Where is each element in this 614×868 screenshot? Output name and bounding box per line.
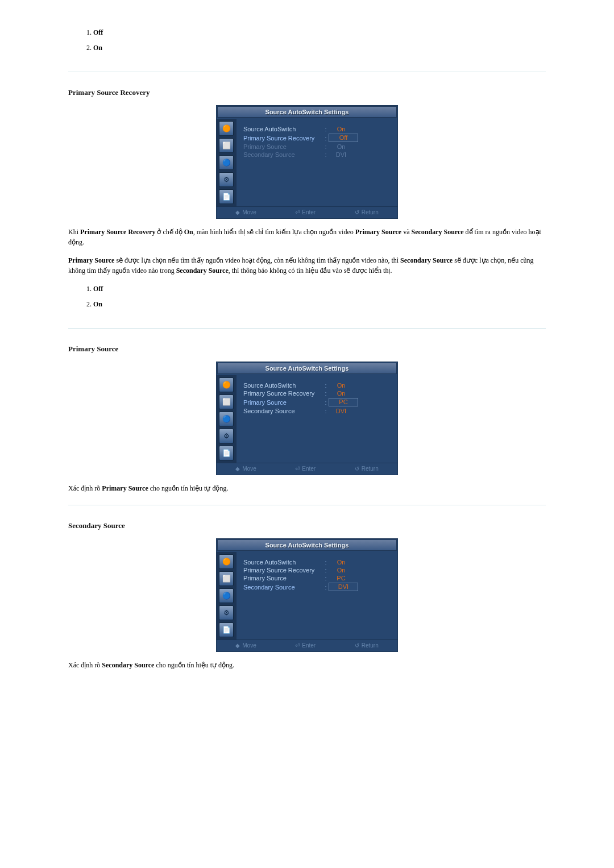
osd-content: Source AutoSwitch : On Primary Source Re… — [237, 119, 398, 206]
osd-content: Source AutoSwitch : On Primary Source Re… — [237, 375, 398, 463]
move-hint: ◆ Move — [235, 642, 256, 649]
osd-footer: ◆ Move ⏎ Enter ↺ Return — [216, 639, 398, 652]
divider — [68, 505, 546, 505]
osd-content: Source AutoSwitch : On Primary Source Re… — [237, 552, 398, 639]
osd-title: Source AutoSwitch Settings — [217, 363, 397, 374]
option-on: On — [93, 299, 546, 314]
osd-row-secondary-source: Secondary Source : DVI — [243, 151, 391, 158]
osd-menu-secondary-source: Source AutoSwitch Settings 🟠 ⬜ 🔵 ⚙ 📄 Sou… — [216, 538, 398, 652]
osd-title: Source AutoSwitch Settings — [217, 106, 397, 118]
picture-icon[interactable]: 🟠 — [219, 121, 234, 136]
para-psr-2: Primary Source sẽ được lựa chọn nếu tìm … — [68, 255, 546, 276]
multi-icon[interactable]: 📄 — [219, 189, 234, 204]
enter-hint: ⏎ Enter — [295, 642, 316, 649]
osd-menu-primary-source: Source AutoSwitch Settings 🟠 ⬜ 🔵 ⚙ 📄 Sou… — [216, 362, 398, 475]
osd-row-secondary-source[interactable]: Secondary Source : DVI — [243, 583, 391, 591]
option-off: Off — [93, 27, 546, 43]
settings-icon[interactable]: ⚙ — [219, 605, 234, 620]
para-primary-source: Xác định rõ Primary Source cho nguồn tín… — [68, 483, 546, 493]
option-on: On — [93, 43, 546, 58]
divider — [68, 72, 546, 72]
osd-row-primary-source: Primary Source : On — [243, 143, 391, 150]
osd-sidebar: 🟠 ⬜ 🔵 ⚙ 📄 — [216, 552, 237, 639]
para-secondary-source: Xác định rõ Secondary Source cho nguồn t… — [68, 660, 546, 670]
osd-menu-psr: Source AutoSwitch Settings 🟠 ⬜ 🔵 ⚙ 📄 Sou… — [216, 105, 398, 219]
return-hint: ↺ Return — [355, 209, 379, 215]
osd-row-primary-source[interactable]: Primary Source : PC — [243, 398, 391, 406]
osd-row-primary-source-recovery[interactable]: Primary Source Recovery : On — [243, 390, 391, 397]
osd-row-source-autoswitch[interactable]: Source AutoSwitch : On — [243, 559, 391, 566]
osd-sidebar: 🟠 ⬜ 🔵 ⚙ 📄 — [216, 119, 237, 206]
return-hint: ↺ Return — [355, 466, 379, 472]
osd-row-primary-source[interactable]: Primary Source : PC — [243, 575, 391, 582]
input-icon[interactable]: ⬜ — [219, 138, 234, 153]
move-hint: ◆ Move — [235, 466, 256, 472]
osd-footer: ◆ Move ⏎ Enter ↺ Return — [216, 206, 398, 219]
settings-icon[interactable]: ⚙ — [219, 172, 234, 187]
multi-icon[interactable]: 📄 — [219, 622, 234, 637]
heading-primary-source: Primary Source — [68, 344, 546, 354]
settings-icon[interactable]: ⚙ — [219, 429, 234, 443]
info-icon[interactable]: 🔵 — [219, 588, 234, 603]
osd-sidebar: 🟠 ⬜ 🔵 ⚙ 📄 — [216, 375, 237, 463]
return-hint: ↺ Return — [355, 642, 379, 649]
osd-row-primary-source-recovery[interactable]: Primary Source Recovery : On — [243, 567, 391, 574]
osd-title: Source AutoSwitch Settings — [217, 539, 397, 551]
enter-hint: ⏎ Enter — [295, 466, 316, 472]
osd-footer: ◆ Move ⏎ Enter ↺ Return — [216, 463, 398, 475]
option-off: Off — [93, 284, 546, 299]
info-icon[interactable]: 🔵 — [219, 155, 234, 170]
osd-row-source-autoswitch[interactable]: Source AutoSwitch : On — [243, 382, 391, 389]
input-icon[interactable]: ⬜ — [219, 571, 234, 586]
picture-icon[interactable]: 🟠 — [219, 377, 234, 392]
input-icon[interactable]: ⬜ — [219, 394, 234, 409]
osd-row-secondary-source[interactable]: Secondary Source : DVI — [243, 408, 391, 414]
heading-secondary-source: Secondary Source — [68, 521, 546, 530]
osd-row-primary-source-recovery[interactable]: Primary Source Recovery : Off — [243, 134, 391, 142]
move-hint: ◆ Move — [235, 209, 256, 215]
heading-primary-source-recovery: Primary Source Recovery — [68, 88, 546, 97]
info-icon[interactable]: 🔵 — [219, 412, 234, 426]
enter-hint: ⏎ Enter — [295, 209, 316, 215]
picture-icon[interactable]: 🟠 — [219, 554, 234, 569]
multi-icon[interactable]: 📄 — [219, 446, 234, 460]
divider — [68, 328, 546, 329]
para-psr-1: Khi Primary Source Recovery ở chế độ On,… — [68, 227, 546, 247]
osd-row-source-autoswitch[interactable]: Source AutoSwitch : On — [243, 126, 391, 132]
psr-options-list: Off On — [80, 284, 546, 314]
intro-options-list: Off On — [80, 27, 546, 58]
